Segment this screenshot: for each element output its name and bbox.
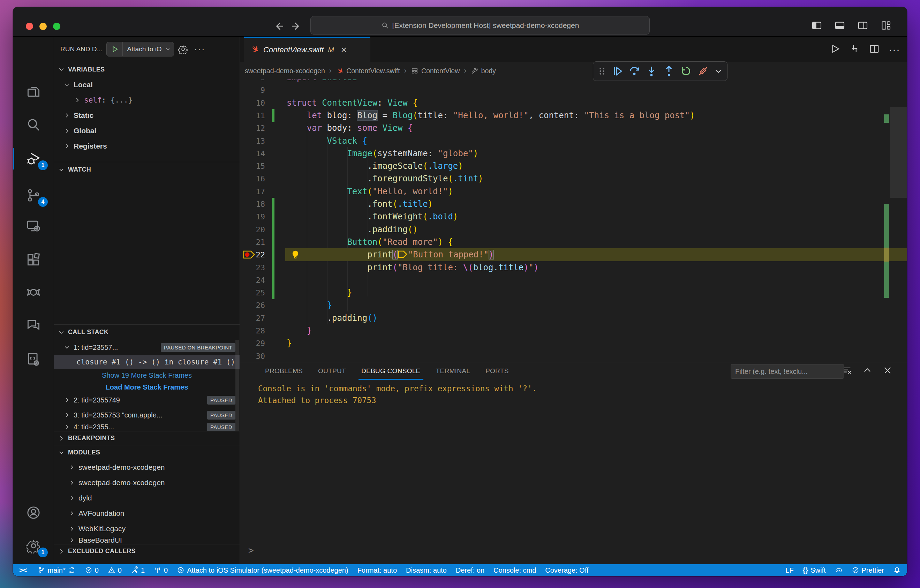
module-sweetpad-demo-xcodegen[interactable]: sweetpad-demo-xcodegen	[54, 475, 240, 490]
code-line-8[interactable]: 8import SwiftUI	[240, 79, 907, 84]
code-line-28[interactable]: 28 }	[240, 324, 907, 337]
remote-explorer-icon[interactable]	[13, 211, 54, 241]
code-line-23[interactable]: 23 print("Blog title: \(blog.title)")	[240, 261, 907, 274]
editor-scrollbar[interactable]	[883, 79, 907, 362]
step-over-icon[interactable]	[627, 63, 641, 79]
code-editor[interactable]: 8import SwiftUI910struct ContentView: Vi…	[240, 79, 907, 362]
line-number[interactable]: 15	[240, 160, 265, 173]
extensions-icon[interactable]	[13, 245, 54, 275]
minimize-window-button[interactable]	[39, 23, 47, 30]
status-coverage[interactable]: Coverage: Off	[545, 566, 588, 574]
code-line-24[interactable]: 24	[240, 274, 907, 287]
panel-tab-debug-console[interactable]: DEBUG CONSOLE	[354, 362, 428, 380]
line-number[interactable]: 27	[240, 312, 265, 325]
code-line-10[interactable]: 10struct ContentView: View {	[240, 97, 907, 110]
status-forwarded-ports[interactable]: 0	[154, 566, 168, 574]
more-actions-icon[interactable]: ···	[889, 44, 900, 55]
settings-icon[interactable]: 1	[13, 531, 54, 561]
module-sweetpad-demo-xcodegen[interactable]: sweetpad-demo-xcodegen	[54, 460, 240, 475]
step-into-icon[interactable]	[645, 63, 659, 79]
line-number[interactable]: 8	[240, 79, 265, 84]
code-line-17[interactable]: 17 Text("Hello, world!")	[240, 185, 907, 198]
call-stack-thread-7[interactable]: 4: tid=2355...PAUSED	[54, 423, 240, 431]
status-errors[interactable]: 0	[85, 566, 99, 574]
call-stack-thread-5[interactable]: 2: tid=2355749PAUSED	[54, 393, 240, 407]
section-modules[interactable]: MODULES	[54, 445, 240, 460]
code-line-20[interactable]: 20 .padding()	[240, 223, 907, 236]
status-debug-session[interactable]: Attach to iOS Simulator (sweetpad-demo-x…	[177, 566, 348, 574]
line-number[interactable]: 19	[240, 210, 265, 223]
breadcrumb-item-contentview-swift[interactable]: ContentView.swift	[336, 67, 400, 75]
panel-tab-output[interactable]: OUTPUT	[310, 362, 354, 380]
line-number[interactable]: 25	[240, 286, 265, 299]
tab-close-icon[interactable]: ×	[341, 45, 347, 55]
call-stack-thread-6[interactable]: 3: tid=2355753 "com.apple...PAUSED	[54, 407, 240, 423]
tab-contentview-swift[interactable]: ContentView.swift M ×	[244, 37, 370, 62]
line-number[interactable]: 10	[240, 97, 265, 110]
breadcrumb-item-contentview[interactable]: ContentView	[411, 67, 460, 75]
explorer-icon[interactable]	[13, 76, 54, 106]
variables-row-local[interactable]: Local	[54, 77, 240, 92]
scrollbar-slider[interactable]	[890, 107, 907, 198]
status-console-mode[interactable]: Console: cmd	[494, 566, 536, 574]
customize-layout-icon[interactable]	[880, 20, 891, 32]
section-excluded-callers[interactable]: EXCLUDED CALLERS	[54, 544, 240, 558]
restart-icon[interactable]	[679, 63, 693, 79]
variables-row-static[interactable]: Static	[54, 108, 240, 123]
line-number[interactable]: 9	[240, 84, 265, 97]
load-more-stack-frames[interactable]: Load More Stack Frames	[54, 382, 240, 393]
call-stack-thread-1[interactable]: 1: tid=23557...PAUSED ON BREAKPOINT	[54, 340, 240, 355]
run-and-debug-icon[interactable]: 1	[13, 144, 54, 174]
console-filter-input[interactable]	[735, 368, 839, 376]
start-debug-button[interactable]: Attach to iO	[106, 42, 174, 57]
breadcrumb-item-body[interactable]: body	[471, 67, 496, 75]
line-number[interactable]: 24	[240, 274, 265, 287]
toggle-secondary-sidebar-icon[interactable]	[857, 20, 868, 32]
line-number[interactable]: 17	[240, 185, 265, 198]
back-icon[interactable]	[273, 20, 285, 33]
code-line-13[interactable]: 13 VStack {	[240, 134, 907, 147]
status-remote-indicator[interactable]: ><	[19, 566, 26, 574]
status-eol[interactable]: LF	[786, 566, 794, 574]
code-line-9[interactable]: 9	[240, 84, 907, 97]
module-baseboardui[interactable]: BaseBoardUI	[54, 536, 240, 544]
status-format-mode[interactable]: Format: auto	[358, 566, 397, 574]
module-avfoundation[interactable]: AVFoundation	[54, 506, 240, 521]
line-number[interactable]: 12	[240, 122, 265, 134]
variables-row-registers[interactable]: Registers	[54, 138, 240, 154]
search-icon[interactable]	[13, 110, 54, 140]
clear-console-icon[interactable]	[842, 366, 852, 377]
run-button[interactable]	[830, 44, 841, 55]
code-line-22[interactable]: 22 print("Button tapped!")	[240, 248, 907, 261]
status-git-branch[interactable]: main*	[38, 566, 76, 574]
status-notifications[interactable]	[893, 566, 901, 574]
code-line-29[interactable]: 29}	[240, 337, 907, 350]
debug-config-label[interactable]: Attach to iO	[127, 45, 162, 53]
code-tools-icon[interactable]	[13, 344, 54, 374]
status-disasm-mode[interactable]: Disasm: auto	[406, 566, 447, 574]
gear-icon[interactable]	[178, 44, 188, 54]
line-number[interactable]: 23	[240, 261, 265, 274]
status-prettier[interactable]: Prettier	[852, 566, 884, 574]
comments-icon[interactable]	[13, 310, 54, 340]
line-number[interactable]: 26	[240, 299, 265, 312]
line-number[interactable]: 13	[240, 134, 265, 147]
continue-icon[interactable]	[610, 63, 624, 79]
line-number[interactable]: 29	[240, 337, 265, 350]
debug-play-icon[interactable]	[107, 42, 123, 56]
section-watch[interactable]: WATCH	[54, 162, 240, 177]
close-window-button[interactable]	[26, 23, 33, 30]
panel-tab-ports[interactable]: PORTS	[478, 362, 517, 380]
code-line-18[interactable]: 18 .font(.title)	[240, 198, 907, 211]
status-copilot[interactable]	[835, 566, 842, 574]
code-line-11[interactable]: 11 let blog: Blog = Blog(title: "Hello, …	[240, 109, 907, 122]
code-line-26[interactable]: 26 }	[240, 299, 907, 312]
module-webkitlegacy[interactable]: WebKitLegacy	[54, 521, 240, 536]
line-number[interactable]: 18	[240, 198, 265, 211]
panel-tab-problems[interactable]: PROBLEMS	[258, 362, 310, 380]
more-chevron-icon[interactable]	[713, 63, 724, 79]
more-actions-icon[interactable]: ···	[194, 44, 206, 55]
sweetpad-icon[interactable]	[13, 277, 54, 307]
line-number[interactable]: 30	[240, 350, 265, 362]
console-filter-box[interactable]	[730, 364, 844, 379]
